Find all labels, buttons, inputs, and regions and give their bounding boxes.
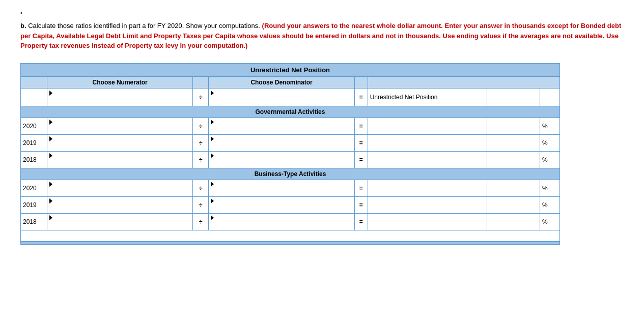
gov-2019-row[interactable]: 2019 ÷ = % bbox=[21, 134, 560, 151]
biz-activities-header-row: Business-Type Activities bbox=[21, 168, 560, 180]
gov-2018-row[interactable]: 2018 ÷ = % bbox=[21, 151, 560, 168]
gov-2020-row[interactable]: 2020 ÷ = % bbox=[21, 118, 560, 134]
gov-2020-value-cell[interactable] bbox=[487, 118, 540, 134]
gov-2018-denominator-cell[interactable] bbox=[209, 151, 354, 168]
choose-numerator-cell: Choose Numerator bbox=[47, 76, 193, 88]
biz-2020-row[interactable]: 2020 ÷ = % bbox=[21, 180, 560, 196]
gov-2018-value-cell[interactable] bbox=[487, 151, 540, 168]
gov-2019-result-input[interactable] bbox=[370, 139, 485, 147]
biz-2018-result-cell[interactable] bbox=[368, 213, 487, 230]
numerator-triangle-icon bbox=[49, 91, 52, 96]
biz-2018-value-cell[interactable] bbox=[487, 213, 540, 230]
formula-result-label: Unrestricted Net Position bbox=[368, 88, 487, 106]
formula-result-input[interactable] bbox=[489, 94, 538, 101]
gov-2018-numerator-input[interactable] bbox=[49, 160, 190, 167]
biz-2019-row[interactable]: 2019 ÷ = % bbox=[21, 196, 560, 213]
formula-denominator-input[interactable] bbox=[211, 97, 352, 104]
biz-2019-denominator-icon bbox=[211, 198, 214, 203]
gov-2019-denominator-icon bbox=[211, 136, 214, 141]
biz-2019-year: 2019 bbox=[21, 196, 47, 213]
biz-2020-denominator-input[interactable] bbox=[211, 188, 352, 195]
gov-2020-year: 2020 bbox=[21, 118, 47, 134]
formula-numerator-input[interactable] bbox=[49, 97, 190, 104]
gov-2020-eq: = bbox=[354, 118, 368, 134]
gov-2020-denominator-icon bbox=[211, 120, 214, 125]
biz-2018-result-input[interactable] bbox=[370, 218, 485, 225]
empty-row-cell bbox=[21, 230, 560, 241]
gov-2018-value-input[interactable] bbox=[489, 156, 538, 163]
biz-2019-value-cell[interactable] bbox=[487, 196, 540, 213]
biz-2018-denominator-cell[interactable] bbox=[209, 213, 354, 230]
gov-2019-value-cell[interactable] bbox=[487, 134, 540, 151]
gov-2018-numerator-cell[interactable] bbox=[47, 151, 193, 168]
gov-2018-percent: % bbox=[540, 151, 559, 168]
choose-year-spacer bbox=[21, 76, 47, 88]
biz-2018-numerator-input[interactable] bbox=[49, 222, 190, 229]
biz-2020-value-input[interactable] bbox=[489, 185, 538, 192]
formula-result-value-cell[interactable] bbox=[487, 88, 540, 106]
biz-2019-eq: = bbox=[354, 196, 368, 213]
biz-2019-numerator-cell[interactable] bbox=[47, 196, 193, 213]
biz-2018-numerator-cell[interactable] bbox=[47, 213, 193, 230]
formula-denominator-cell[interactable] bbox=[209, 88, 354, 106]
biz-2019-numerator-input[interactable] bbox=[49, 205, 190, 212]
main-header-row: Unrestricted Net Position bbox=[21, 63, 560, 76]
gov-2019-result-cell[interactable] bbox=[368, 134, 487, 151]
biz-2018-denominator-icon bbox=[211, 215, 214, 220]
choose-eq-spacer bbox=[354, 76, 368, 88]
formula-row[interactable]: ÷ = Unrestricted Net Position bbox=[21, 88, 560, 106]
gov-2020-denominator-input[interactable] bbox=[211, 126, 352, 133]
biz-2020-eq: = bbox=[354, 180, 368, 196]
gov-2018-numerator-icon bbox=[49, 153, 52, 158]
gov-2019-numerator-cell[interactable] bbox=[47, 134, 193, 151]
biz-2020-denominator-cell[interactable] bbox=[209, 180, 354, 196]
gov-2018-denominator-input[interactable] bbox=[211, 160, 352, 167]
biz-2018-denominator-input[interactable] bbox=[211, 222, 352, 229]
biz-2020-numerator-input[interactable] bbox=[49, 188, 190, 195]
gov-2019-denominator-cell[interactable] bbox=[209, 134, 354, 151]
gov-2020-numerator-cell[interactable] bbox=[47, 118, 193, 134]
formula-numerator-cell[interactable] bbox=[47, 88, 193, 106]
biz-2020-percent: % bbox=[540, 180, 559, 196]
biz-2019-denominator-input[interactable] bbox=[211, 205, 352, 212]
biz-2020-result-cell[interactable] bbox=[368, 180, 487, 196]
gov-activities-header-row: Governmental Activities bbox=[21, 106, 560, 118]
ratio-table: Unrestricted Net Position Choose Numerat… bbox=[20, 63, 560, 245]
biz-2020-denominator-icon bbox=[211, 182, 214, 187]
bottom-bar-cell bbox=[21, 241, 560, 244]
biz-2018-value-input[interactable] bbox=[489, 218, 538, 225]
biz-2020-numerator-icon bbox=[49, 182, 52, 187]
choose-denominator-cell: Choose Denominator bbox=[209, 76, 354, 88]
gov-2020-percent: % bbox=[540, 118, 559, 134]
gov-2020-div: ÷ bbox=[193, 118, 209, 134]
gov-2020-value-input[interactable] bbox=[489, 123, 538, 130]
biz-2019-denominator-cell[interactable] bbox=[209, 196, 354, 213]
biz-2019-value-input[interactable] bbox=[489, 201, 538, 209]
gov-2019-eq: = bbox=[354, 134, 368, 151]
gov-2020-result-input[interactable] bbox=[370, 123, 485, 130]
biz-2020-numerator-cell[interactable] bbox=[47, 180, 193, 196]
top-bullet: • bbox=[20, 10, 624, 16]
biz-2020-result-input[interactable] bbox=[370, 185, 485, 192]
gov-2020-numerator-icon bbox=[49, 120, 52, 125]
gov-2019-numerator-input[interactable] bbox=[49, 143, 190, 150]
gov-2019-value-input[interactable] bbox=[489, 139, 538, 147]
gov-2019-denominator-input[interactable] bbox=[211, 143, 352, 150]
biz-2019-numerator-icon bbox=[49, 198, 52, 203]
gov-2019-div: ÷ bbox=[193, 134, 209, 151]
formula-div-operator: ÷ bbox=[193, 88, 209, 106]
biz-2020-value-cell[interactable] bbox=[487, 180, 540, 196]
biz-2019-result-cell[interactable] bbox=[368, 196, 487, 213]
biz-2018-row[interactable]: 2018 ÷ = % bbox=[21, 213, 560, 230]
gov-activities-header-cell: Governmental Activities bbox=[21, 106, 560, 118]
gov-2020-numerator-input[interactable] bbox=[49, 126, 190, 133]
gov-2018-result-input[interactable] bbox=[370, 156, 485, 163]
formula-year-spacer bbox=[21, 88, 47, 106]
biz-2018-numerator-icon bbox=[49, 215, 52, 220]
gov-2018-result-cell[interactable] bbox=[368, 151, 487, 168]
biz-2019-result-input[interactable] bbox=[370, 201, 485, 209]
biz-2018-year: 2018 bbox=[21, 213, 47, 230]
gov-2020-result-cell[interactable] bbox=[368, 118, 487, 134]
gov-2020-denominator-cell[interactable] bbox=[209, 118, 354, 134]
formula-percent-spacer bbox=[540, 88, 559, 106]
